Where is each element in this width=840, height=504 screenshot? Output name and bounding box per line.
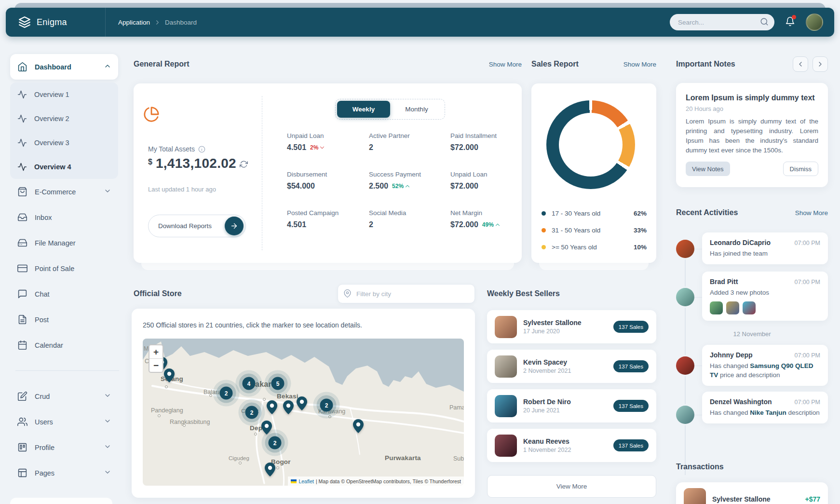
sidebar-item-post[interactable]: Post xyxy=(10,307,118,332)
sidebar-item-overview-1[interactable]: Overview 1 xyxy=(10,82,118,107)
timeline-connector xyxy=(694,366,702,366)
store-pin-marker[interactable] xyxy=(261,421,272,436)
filter-by-city-input[interactable] xyxy=(338,284,475,303)
search-icon xyxy=(760,17,769,26)
sidebar-item-file-manager[interactable]: File Manager xyxy=(10,230,118,256)
chevron-down-icon xyxy=(104,443,111,450)
best-seller-row-kevin-spacey[interactable]: Kevin Spacey 2 November 2021 137 Sales xyxy=(487,350,656,383)
sales-report-show-more[interactable]: Show More xyxy=(623,61,656,68)
town-dot xyxy=(254,433,257,436)
sidebar-item-inbox[interactable]: Inbox xyxy=(10,204,118,230)
legend-dot xyxy=(542,211,546,216)
tab-weekly[interactable]: Weekly xyxy=(337,101,390,118)
dismiss-button[interactable]: Dismiss xyxy=(783,162,819,176)
currency-symbol: $ xyxy=(148,158,152,166)
sidebar-item-calendar[interactable]: Calendar xyxy=(10,332,118,358)
seller-date: 1 November 2022 xyxy=(523,447,571,453)
store-map[interactable]: MerakCilegonSerangBalarajaPandeglangRang… xyxy=(143,339,464,486)
sidebar-item-point-of-sale[interactable]: Point of Sale xyxy=(10,256,118,281)
search-input[interactable] xyxy=(670,14,774,30)
store-pin-marker[interactable] xyxy=(164,368,175,384)
transactions-title: Transactions xyxy=(676,463,724,471)
activity-card-denzel-washington[interactable]: Denzel Washington 07:00 PM Has changed N… xyxy=(702,392,828,423)
sidebar-item-profile[interactable]: Profile xyxy=(10,435,118,460)
photo-thumbnail[interactable] xyxy=(710,301,723,314)
refresh-icon[interactable] xyxy=(240,160,248,168)
store-cluster-marker[interactable]: 2 xyxy=(245,406,258,419)
view-more-button[interactable]: View More xyxy=(487,475,656,498)
sidebar-item-overview-4[interactable]: Overview 4 xyxy=(10,155,118,179)
activity-card-brad-pitt[interactable]: Brad Pitt 07:00 PM Added 3 new photos xyxy=(702,272,828,321)
best-seller-row-robert-de-niro[interactable]: Robert De Niro 20 June 2021 137 Sales xyxy=(487,389,656,422)
zoom-in-button[interactable]: + xyxy=(149,345,163,358)
general-report-show-more[interactable]: Show More xyxy=(489,61,522,68)
info-icon[interactable] xyxy=(198,146,205,153)
store-cluster-marker[interactable]: 5 xyxy=(271,377,285,390)
sidebar-bottom-decoration xyxy=(10,498,112,504)
best-seller-row-sylvester-stallone[interactable]: Sylvester Stallone 17 June 2020 137 Sale… xyxy=(487,310,656,343)
map-label-subang: Subang xyxy=(453,455,464,462)
notes-next-button[interactable] xyxy=(813,56,828,72)
layers-icon xyxy=(18,16,31,28)
leaflet-link[interactable]: Leaflet xyxy=(298,478,314,484)
chevron-down-icon xyxy=(104,392,111,399)
activity-name: Denzel Washington xyxy=(710,398,772,406)
period-toggle: WeeklyMonthly xyxy=(335,99,445,120)
town-dot xyxy=(158,414,161,417)
sidebar-item-chat[interactable]: Chat xyxy=(10,281,118,307)
store-pin-marker[interactable] xyxy=(283,400,294,416)
sidebar-submenu: Overview 1Overview 2Overview 3Overview 4 xyxy=(10,82,118,179)
breadcrumb-item-application[interactable]: Application xyxy=(118,19,150,26)
trello-icon xyxy=(17,442,27,452)
header-divider xyxy=(105,8,106,37)
chevron-up-icon xyxy=(104,62,111,70)
legend-row: >= 50 Years old 10% xyxy=(542,239,647,256)
activity-avatar-brad-pitt xyxy=(676,288,694,306)
activity-card-leonardo-dicaprio[interactable]: Leonardo DiCaprio 07:00 PM Has joined th… xyxy=(702,232,828,264)
map-label-pandeglang: Pandeglang xyxy=(151,407,183,414)
activity-card-johnny-depp[interactable]: Johnny Depp 07:00 PM Has changed Samsung… xyxy=(702,345,828,386)
photo-thumbnail[interactable] xyxy=(743,301,756,314)
view-notes-button[interactable]: View Notes xyxy=(686,162,730,176)
activity-body: Has changed Nike Tanjun description xyxy=(710,408,820,417)
tab-monthly[interactable]: Monthly xyxy=(390,101,443,118)
stat-posted-campaign: Posted Campaign 4.501 xyxy=(287,209,369,248)
store-pin-marker[interactable] xyxy=(353,419,364,435)
breadcrumb-current[interactable]: Dashboard xyxy=(165,19,197,26)
sidebar-item-dashboard[interactable]: Dashboard xyxy=(10,54,118,80)
sidebar-item-crud[interactable]: Crud xyxy=(10,383,118,409)
sidebar-item-pages[interactable]: Pages xyxy=(10,460,118,486)
store-pin-marker[interactable] xyxy=(267,400,277,416)
profile-avatar[interactable] xyxy=(806,14,823,31)
sales-badge: 137 Sales xyxy=(613,439,649,451)
sidebar-item-e-commerce[interactable]: E-Commerce xyxy=(10,179,118,204)
notes-prev-button[interactable] xyxy=(793,56,808,72)
sidebar-item-overview-2[interactable]: Overview 2 xyxy=(10,107,118,131)
official-store-card: 250 Official stores in 21 countries, cli… xyxy=(132,309,475,498)
download-reports-button[interactable]: Download Reports xyxy=(148,215,246,237)
note-time: 20 Hours ago xyxy=(686,105,818,112)
seller-date: 2 November 2021 xyxy=(523,368,571,374)
store-cluster-marker[interactable]: 2 xyxy=(220,387,233,400)
store-pin-marker[interactable] xyxy=(297,396,307,412)
zoom-out-button[interactable]: − xyxy=(149,359,163,372)
notifications-button[interactable] xyxy=(785,16,795,28)
seller-avatar xyxy=(495,435,517,457)
best-sellers-title: Weekly Best Sellers xyxy=(487,289,560,298)
recent-activities-show-more[interactable]: Show More xyxy=(795,209,828,217)
store-cluster-marker[interactable]: 4 xyxy=(243,377,256,390)
store-cluster-marker[interactable]: 2 xyxy=(320,399,333,412)
store-pin-marker[interactable] xyxy=(265,463,275,478)
sidebar-item-users[interactable]: Users xyxy=(10,409,118,435)
app-logo[interactable]: Enigma xyxy=(6,16,105,28)
transaction-row[interactable]: Sylvester Stallone +$77 xyxy=(676,482,828,504)
inbox-icon xyxy=(17,212,27,222)
arrow-right-icon xyxy=(225,217,244,235)
store-cluster-marker[interactable]: 2 xyxy=(269,436,282,450)
sidebar-item-overview-3[interactable]: Overview 3 xyxy=(10,131,118,155)
best-seller-row-keanu-reeves[interactable]: Keanu Reeves 1 November 2022 137 Sales xyxy=(487,429,656,462)
activity-body: Has changed Samsung Q90 QLED TV price an… xyxy=(710,361,820,380)
legend-row: 17 - 30 Years old 62% xyxy=(542,205,647,222)
photo-thumbnail[interactable] xyxy=(726,301,739,314)
age-donut-chart[interactable] xyxy=(546,100,635,189)
